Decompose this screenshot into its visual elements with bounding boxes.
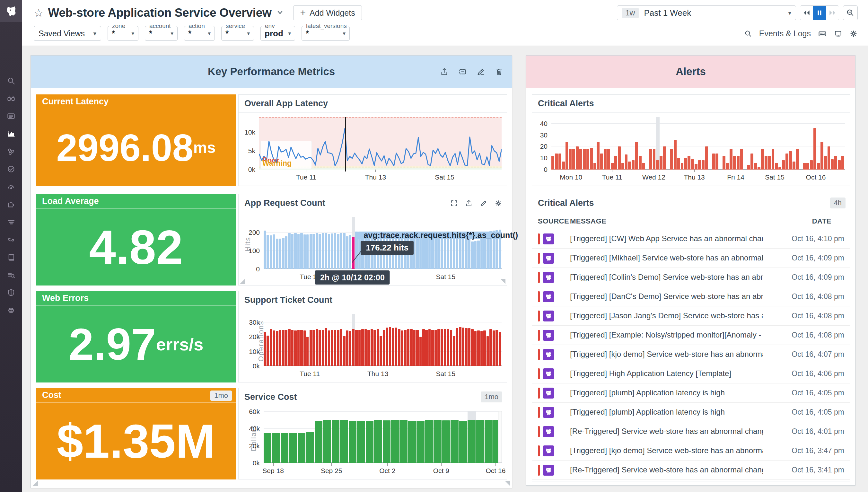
cost-timeframe-badge: 1mo <box>210 391 232 401</box>
bar <box>820 142 823 170</box>
bar <box>569 149 572 170</box>
severity-bar-icon <box>538 465 540 476</box>
bar <box>294 233 297 269</box>
fullscreen-icon[interactable] <box>450 199 458 207</box>
alert-row[interactable]: [Triggered] [plumb] Application latency … <box>532 384 850 403</box>
bar <box>355 330 358 366</box>
zoom-out-button[interactable] <box>843 5 858 20</box>
query-tooltip: avg:trace.rack.request.hits{*}.as_count(… <box>358 231 502 239</box>
bar <box>303 330 306 366</box>
alert-row[interactable]: [Triggered] [Mikhael] Service web-store … <box>532 249 850 268</box>
time-range-select[interactable]: 1w Past 1 Week ▾ <box>617 5 796 20</box>
bar <box>642 163 645 170</box>
filter-service[interactable]: service*▾ <box>221 26 254 41</box>
alert-row[interactable]: [Triggered] High Application Latency [Te… <box>532 364 850 384</box>
bar <box>468 420 475 463</box>
infrastructure-icon[interactable] <box>7 147 16 156</box>
alert-date: Oct 16, 4:08 pm <box>792 331 844 340</box>
filter-zone[interactable]: zone*▾ <box>107 26 139 41</box>
bar <box>340 420 348 463</box>
panel-resize-handle[interactable] <box>505 481 510 486</box>
alert-row[interactable]: [Re-Triggered] Service web-store has an … <box>532 461 850 480</box>
events-logs-link[interactable]: Events & Logs <box>759 29 811 38</box>
datadog-source-icon <box>543 445 554 457</box>
events-icon[interactable] <box>7 112 16 120</box>
saved-views-select[interactable]: Saved Views ▾ <box>34 26 101 41</box>
bar <box>827 146 830 170</box>
filter-latest-versions[interactable]: latest_versions*▾ <box>301 26 350 41</box>
bar <box>270 329 272 366</box>
alert-row[interactable]: [Triggered] [Jason Jang's Demo] Service … <box>532 306 850 326</box>
dashboards-icon[interactable] <box>7 129 16 138</box>
bar <box>282 238 284 269</box>
web-errors-tile[interactable]: Web Errors 2.97errs/s <box>36 291 236 383</box>
bar <box>496 330 498 366</box>
overall-app-latency-chart[interactable]: 0k5k10kPoorWarningTue 11Thu 13Sat 15 <box>259 117 502 170</box>
page-title: Web-store Application Service Overview <box>48 6 271 20</box>
app-request-count-chart[interactable]: 0100200Tue 11Thu 13Sat 15avg:trace.rack.… <box>264 217 502 269</box>
bar <box>695 164 697 170</box>
alert-row[interactable]: [Triggered] [kjo demo] Service web-store… <box>532 345 850 364</box>
gear-icon[interactable] <box>849 29 858 38</box>
filter-account[interactable]: account*▾ <box>145 26 178 41</box>
alert-row[interactable]: [Triggered] [Example: Noisy/stripped mon… <box>532 326 850 345</box>
metrics-icon[interactable] <box>7 182 16 191</box>
integrations-icon[interactable] <box>7 200 16 209</box>
keyboard-icon[interactable] <box>818 29 827 38</box>
alert-row[interactable]: [Triggered] [Collin's Demo] Service web-… <box>532 268 850 287</box>
cost-tile[interactable]: Cost1mo $1.35M <box>36 388 236 479</box>
datadog-source-icon <box>543 426 554 437</box>
resize-handle[interactable] <box>240 279 245 284</box>
trash-icon[interactable] <box>495 68 503 76</box>
alert-row[interactable]: [Triggered] [DanC's Demo] Service web-st… <box>532 287 850 306</box>
monitor-icon[interactable] <box>834 29 842 38</box>
security-icon[interactable] <box>7 288 16 297</box>
search-icon[interactable] <box>7 76 16 85</box>
alert-row[interactable] <box>532 480 850 481</box>
apm-icon[interactable] <box>7 218 16 226</box>
severity-bar-icon <box>538 330 540 341</box>
alert-row[interactable]: [Triggered] [kjo demo] Service web-store… <box>532 441 850 461</box>
copy-template-icon[interactable] <box>458 68 467 76</box>
bar <box>462 327 465 366</box>
log-explorer-icon[interactable] <box>7 271 16 279</box>
time-pause-button[interactable] <box>813 6 826 20</box>
alert-row[interactable]: [Triggered] [plumb] Application latency … <box>532 403 850 422</box>
notebooks-icon[interactable] <box>7 253 16 262</box>
monitors-icon[interactable] <box>7 165 16 173</box>
load-average-tile[interactable]: Load Average 4.82 <box>36 194 236 286</box>
panel-resize-handle[interactable] <box>33 481 38 486</box>
time-backward-button[interactable] <box>800 6 813 20</box>
favorite-star-icon[interactable]: ☆ <box>34 7 43 18</box>
datadog-source-icon <box>543 272 554 283</box>
bar <box>300 330 303 366</box>
bar <box>285 236 288 269</box>
search-icon[interactable] <box>744 30 752 38</box>
gear-icon[interactable] <box>495 199 502 207</box>
bar <box>401 330 404 366</box>
resize-handle[interactable] <box>500 279 505 284</box>
sidebar-nav <box>0 76 22 315</box>
network-icon[interactable] <box>7 306 16 315</box>
current-latency-tile[interactable]: Current Latency 2996.08ms <box>36 94 236 186</box>
support-ticket-count-chart[interactable]: 0k10k20k30kTue 11Thu 13Sat 15 <box>264 314 502 366</box>
share-icon[interactable] <box>465 199 473 207</box>
title-chevron-down-icon[interactable] <box>276 8 284 18</box>
filter-env[interactable]: envprod▾ <box>261 26 295 41</box>
share-icon[interactable] <box>440 68 449 76</box>
filter-action[interactable]: action*▾ <box>184 26 215 41</box>
alert-row[interactable]: [Triggered] [CW] Web App Service has an … <box>532 229 850 249</box>
time-forward-button[interactable] <box>826 6 839 20</box>
edit-pencil-icon[interactable] <box>480 199 488 207</box>
watchdog-icon[interactable] <box>7 94 16 103</box>
critical-alerts-chart[interactable]: 010203040Mon 10Tue 11Wed 12Thu 13Fri 14S… <box>551 117 845 170</box>
service-map-icon[interactable] <box>7 236 16 244</box>
edit-pencil-icon[interactable] <box>476 68 485 76</box>
alerts-timeframe-badge: 4h <box>830 197 845 208</box>
datadog-source-icon <box>543 349 554 360</box>
add-widgets-button[interactable]: + Add Widgets <box>293 5 362 20</box>
critical-alerts-table-card: Critical Alerts4h SOURCE MESSAGE DATE [T… <box>532 194 850 482</box>
alert-row[interactable]: [Re-Triggered] Service web-store has an … <box>532 422 850 441</box>
service-cost-chart[interactable]: 0k20k40k60kSep 18Sep 25Oct 2Oct 9Oct 16 <box>264 411 502 463</box>
datadog-logo[interactable] <box>0 0 22 22</box>
